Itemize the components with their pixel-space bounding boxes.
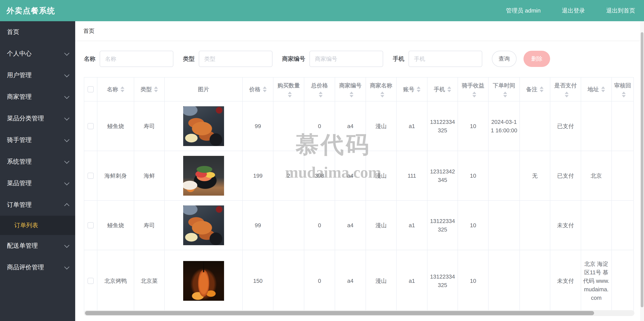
header-cell-image: 图片 <box>165 78 243 101</box>
cell-name: 北京烤鸭 <box>97 250 134 311</box>
header-cell-rider-income[interactable]: 骑手收益 <box>458 78 488 101</box>
admin-user-link[interactable]: 管理员 admin <box>506 7 541 15</box>
sidebar-item-system-management[interactable]: 系统管理 <box>0 151 75 172</box>
horizontal-scrollbar-thumb[interactable] <box>85 311 594 315</box>
header-cell-account[interactable]: 账号 <box>396 78 428 101</box>
header-cell-phone[interactable]: 手机 <box>428 78 458 101</box>
sidebar-item-dish-management[interactable]: 菜品管理 <box>0 172 75 194</box>
sort-icon[interactable] <box>503 92 507 97</box>
sort-icon[interactable] <box>154 86 158 92</box>
column-label: 备注 <box>526 85 537 94</box>
sidebar-item-delivery-order-management[interactable]: 配送单管理 <box>0 235 75 256</box>
cell-name: 海鲜刺身 <box>97 151 134 200</box>
sort-icon[interactable] <box>601 86 605 92</box>
name-input[interactable] <box>100 51 173 67</box>
vertical-scrollbar-thumb[interactable] <box>641 32 644 307</box>
header-cell-name[interactable]: 名称 <box>97 78 134 101</box>
sort-icon[interactable] <box>622 92 626 97</box>
cell-rider-income: 10 <box>458 201 488 250</box>
header-cell-remark[interactable]: 备注 <box>520 78 550 101</box>
column-label: 图片 <box>198 85 209 94</box>
cell-payment: 已支付 <box>550 151 581 200</box>
sidebar-item-user-management[interactable]: 用户管理 <box>0 65 75 86</box>
sort-icon[interactable] <box>472 92 476 97</box>
chevron-down-icon <box>64 94 70 99</box>
header-cell-order-time[interactable]: 下单时间 <box>488 78 520 101</box>
sidebar-item-merchant-management[interactable]: 商家管理 <box>0 86 75 108</box>
name-filter-label: 名称 <box>84 55 96 63</box>
header-cell-quantity[interactable]: 购买数量 <box>274 78 304 101</box>
sort-icon[interactable] <box>120 86 124 92</box>
breadcrumb[interactable]: 首页 <box>83 27 94 35</box>
cell-remark <box>520 250 550 311</box>
cell-phone: 13122334325 <box>428 102 458 151</box>
sidebar-item-label: 系统管理 <box>7 157 32 166</box>
column-label: 商家编号 <box>339 81 362 90</box>
chevron-up-icon <box>64 203 70 208</box>
sort-icon[interactable] <box>350 92 354 97</box>
chevron-down-icon <box>64 72 70 77</box>
sidebar-item-rider-management[interactable]: 骑手管理 <box>0 129 75 151</box>
sort-icon[interactable] <box>447 86 451 92</box>
sidebar-item-label: 个人中心 <box>7 49 32 58</box>
sort-icon[interactable] <box>263 86 267 92</box>
header-cell-review[interactable]: 审核回 <box>612 78 634 101</box>
exit-to-home-link[interactable]: 退出到首页 <box>606 7 635 15</box>
cell-merchant-no: a4 <box>335 102 366 151</box>
horizontal-scrollbar <box>84 310 634 316</box>
phone-input[interactable] <box>408 51 482 67</box>
header-cell-merchant-name[interactable]: 商家名称 <box>366 78 396 101</box>
sidebar-item-order-management[interactable]: 订单管理 <box>0 194 75 216</box>
row-checkbox[interactable] <box>88 222 94 228</box>
header-cell-price[interactable]: 价格 <box>243 78 274 101</box>
sidebar-item-order-list-active[interactable]: 订单列表 <box>0 216 75 235</box>
chevron-down-icon <box>64 159 70 164</box>
sidebar-item-label: 配送单管理 <box>7 241 38 250</box>
header-cell-merchant-no[interactable]: 商家编号 <box>335 78 366 101</box>
sidebar-item-dish-category-management[interactable]: 菜品分类管理 <box>0 108 75 129</box>
logout-link[interactable]: 退出登录 <box>562 7 585 15</box>
header-cell-type[interactable]: 类型 <box>134 78 165 101</box>
query-button[interactable]: 查询 <box>492 51 516 67</box>
sort-icon[interactable] <box>380 92 384 97</box>
header-cell-address[interactable]: 地址 <box>581 78 612 101</box>
eel-rice-dish-photo <box>183 205 224 245</box>
vertical-scrollbar <box>640 21 644 321</box>
sidebar-item-product-review-management[interactable]: 商品评价管理 <box>0 256 75 278</box>
cell-image <box>165 151 243 200</box>
cell-merchant-no: a4 <box>335 151 366 200</box>
roast-duck-photo <box>183 261 224 301</box>
select-all-checkbox[interactable] <box>88 86 94 92</box>
sidebar-item-personal-center[interactable]: 个人中心 <box>0 43 75 65</box>
chevron-down-icon <box>64 115 70 121</box>
app-header: 外卖点餐系统 管理员 admin 退出登录 退出到首页 <box>0 0 644 21</box>
cell-quantity <box>274 102 304 151</box>
cell-order-time <box>488 250 520 311</box>
sort-icon[interactable] <box>288 92 292 97</box>
cell-price: 199 <box>243 151 274 200</box>
sort-icon[interactable] <box>319 92 322 97</box>
delete-button[interactable]: 删除 <box>524 51 550 67</box>
merchant-no-input[interactable] <box>310 51 383 67</box>
sort-icon[interactable] <box>417 86 420 92</box>
cell-merchant-name: 漫山 <box>366 201 396 250</box>
type-input[interactable] <box>199 51 272 67</box>
sort-icon[interactable] <box>565 92 568 97</box>
breadcrumb-bar: 首页 <box>75 21 644 41</box>
sort-icon[interactable] <box>540 86 544 92</box>
row-checkbox[interactable] <box>88 173 94 179</box>
row-checkbox[interactable] <box>88 278 94 284</box>
row-checkbox[interactable] <box>88 123 94 129</box>
cell-phone: 13122334325 <box>428 250 458 311</box>
cell-payment: 未支付 <box>550 250 581 311</box>
cell-quantity: 2 <box>274 151 304 200</box>
sidebar-item-home[interactable]: 首页 <box>0 21 75 43</box>
type-filter-label: 类型 <box>183 55 194 63</box>
cell-account: a1 <box>396 102 428 151</box>
header-cell-total[interactable]: 总价格 <box>304 78 335 101</box>
cell-account: a1 <box>396 201 428 250</box>
sidebar-item-label: 订单管理 <box>7 201 32 209</box>
cell-name: 鳗鱼烧 <box>97 102 134 151</box>
header-cell-payment[interactable]: 是否支付 <box>550 78 581 101</box>
cell-payment: 已支付 <box>550 102 581 151</box>
